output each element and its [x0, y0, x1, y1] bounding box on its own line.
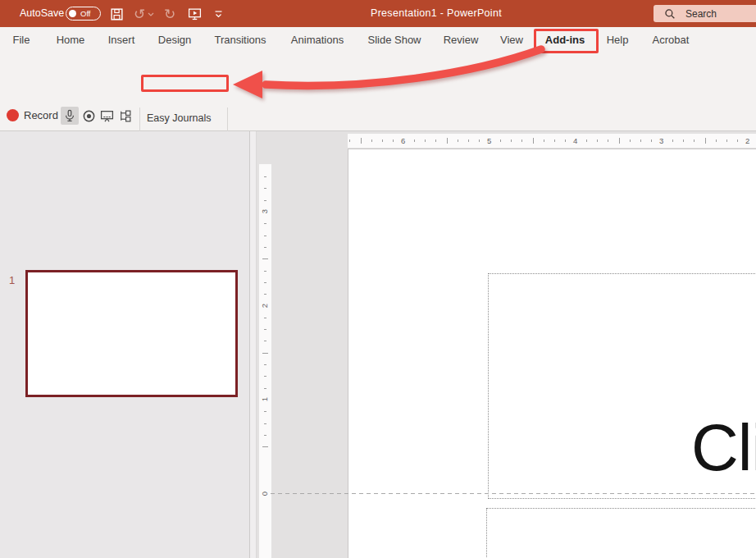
screen-recording-button[interactable] [98, 107, 116, 125]
autosave-state: Off [80, 9, 91, 18]
undo-dropdown-button[interactable] [146, 6, 156, 22]
tab-acrobat[interactable]: Acrobat [648, 27, 694, 53]
tab-home[interactable]: Home [51, 27, 90, 53]
ribbon-tab-row: File Home Insert Design Transitions Anim… [0, 27, 756, 53]
slide-number: 1 [9, 274, 15, 286]
start-slideshow-button[interactable] [186, 6, 203, 22]
record-label: Record [24, 109, 58, 121]
ruler-tick [500, 140, 501, 142]
customize-toolbar-icon [213, 10, 224, 19]
ruler-tick [264, 329, 266, 330]
microphone-button[interactable] [61, 107, 79, 125]
ruler-tick [264, 188, 266, 189]
save-icon [110, 7, 124, 21]
tab-add-ins[interactable]: Add-ins [542, 27, 588, 53]
record-dot-icon [7, 109, 19, 121]
ruler-tick [264, 388, 266, 389]
autosave-label: AutoSave [20, 7, 64, 19]
slide-1-thumbnail[interactable] [25, 270, 238, 397]
title-placeholder-text: Cli [691, 415, 756, 481]
ribbon: Record [0, 53, 756, 131]
ruler-tick [264, 271, 266, 272]
ruler-tick [264, 236, 266, 236]
ruler-number: 2 [745, 136, 749, 145]
chevron-down-icon [148, 12, 154, 16]
ruler-tick [694, 140, 695, 142]
undo-button[interactable]: ↺ [131, 6, 148, 22]
ruler-tick [264, 411, 266, 412]
ruler-tick [683, 140, 684, 142]
ruler-tick [511, 140, 512, 142]
ruler-tick [726, 140, 727, 142]
powerpoint-window: AutoSave Off ↺ ↻ [0, 0, 756, 558]
tab-insert[interactable]: Insert [103, 27, 139, 53]
ruler-tick [264, 423, 266, 424]
ruler-tick [264, 364, 266, 365]
tab-transitions[interactable]: Transitions [210, 27, 271, 53]
ruler-tick [264, 247, 266, 248]
ruler-tick [533, 138, 534, 144]
record-target-button[interactable] [80, 107, 98, 125]
ruler-tick [619, 138, 620, 144]
ruler-tick [264, 341, 266, 341]
ruler-tick [630, 140, 631, 142]
toggle-knob-icon [69, 10, 76, 17]
tab-view[interactable]: View [496, 27, 527, 53]
tab-animations[interactable]: Animations [286, 27, 348, 53]
ruler-tick [349, 140, 350, 142]
target-icon [82, 109, 96, 123]
ruler-tick [262, 353, 268, 354]
title-bar: AutoSave Off ↺ ↻ [0, 0, 756, 27]
vertical-ruler: 3210 [259, 164, 271, 558]
tab-help[interactable]: Help [603, 27, 631, 53]
tab-file[interactable]: File [7, 27, 36, 53]
search-placeholder: Search [685, 8, 717, 20]
ruler-tick [651, 140, 652, 142]
ruler-tick [544, 140, 544, 142]
autosave-toggle[interactable]: Off [66, 7, 101, 21]
microphone-icon [63, 109, 76, 122]
ruler-tick [371, 140, 372, 142]
record-button[interactable]: Record [7, 109, 58, 121]
tab-design[interactable]: Design [154, 27, 195, 53]
ruler-tick [640, 140, 641, 142]
ruler-number: 5 [487, 136, 491, 145]
ruler-tick [468, 140, 469, 142]
guide-line[interactable] [271, 493, 756, 494]
ruler-tick [458, 140, 458, 142]
redo-button[interactable]: ↻ [162, 6, 178, 22]
save-button[interactable] [108, 6, 125, 22]
undo-icon: ↺ [134, 7, 145, 21]
ruler-number: 4 [573, 136, 577, 145]
tab-slide-show[interactable]: Slide Show [365, 27, 424, 53]
ruler-tick [737, 140, 738, 142]
ruler-tick [264, 435, 266, 436]
ruler-tick [361, 138, 362, 144]
settings-nodes-button[interactable] [116, 107, 134, 125]
ruler-number: 3 [260, 209, 269, 213]
panel-splitter[interactable] [249, 131, 257, 558]
ruler-tick [264, 376, 266, 377]
title-placeholder[interactable]: Cli [488, 273, 756, 499]
ruler-tick [447, 138, 448, 144]
customize-quick-access-toolbar-button[interactable] [210, 6, 226, 22]
ruler-number: 3 [659, 136, 663, 145]
ruler-tick [586, 140, 587, 142]
ruler-tick [264, 200, 266, 201]
search-input[interactable]: Search [654, 5, 756, 22]
easy-journals-menu-item[interactable]: Easy Journals [147, 110, 212, 126]
slideshow-icon [188, 7, 202, 21]
slide-thumbnails-panel: 1 [0, 131, 249, 558]
ruler-tick [393, 140, 394, 142]
ruler-tick [608, 140, 608, 142]
ruler-tick [264, 318, 266, 318]
tab-review[interactable]: Review [439, 27, 482, 53]
ruler-tick [425, 140, 426, 142]
window-title: Presentation1 - PowerPoint [371, 7, 502, 19]
redo-icon: ↻ [164, 7, 175, 21]
screen-icon [100, 109, 114, 123]
subtitle-placeholder[interactable] [486, 508, 756, 558]
ruler-tick [565, 140, 566, 142]
ruler-tick [264, 294, 266, 295]
search-icon [664, 8, 676, 20]
